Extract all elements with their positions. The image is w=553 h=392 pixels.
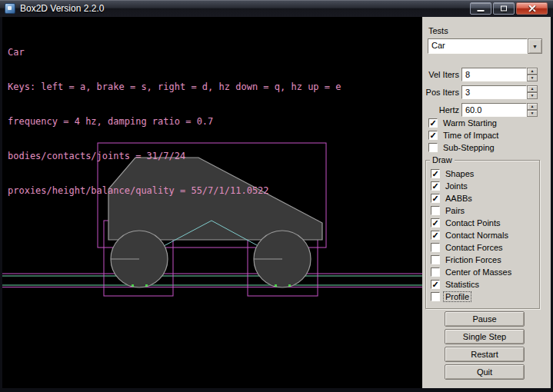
tests-dropdown[interactable]: Car ▼ bbox=[428, 38, 542, 54]
checkbox-label: Sub-Stepping bbox=[441, 143, 496, 152]
minimize-button[interactable] bbox=[470, 2, 491, 15]
checkbox-box[interactable]: ✓ bbox=[431, 231, 440, 240]
app-icon bbox=[5, 3, 15, 14]
checkbox-box[interactable]: ✓ bbox=[431, 218, 440, 228]
checkbox-label: Contact Normals bbox=[444, 231, 510, 240]
debug-line-frequency: frequency = 4 hz, damping ratio = 0.7 bbox=[8, 116, 341, 128]
tests-label: Tests bbox=[428, 26, 448, 35]
checkbox-label: Warm Starting bbox=[441, 118, 498, 128]
simulation-viewport[interactable]: Car Keys: left = a, brake = s, right = d… bbox=[2, 17, 422, 388]
checkbox-joints[interactable]: ✓ Joints bbox=[431, 181, 469, 191]
checkbox-contact-normals[interactable]: ✓ Contact Normals bbox=[431, 230, 510, 241]
checkbox-box[interactable]: ✓ bbox=[431, 169, 440, 178]
vel-iters-input[interactable]: 8 bbox=[461, 68, 527, 81]
window-title: Box2D Version 2.2.0 bbox=[20, 3, 104, 14]
checkbox-label: Friction Forces bbox=[444, 255, 503, 264]
tests-dropdown-value: Car bbox=[428, 38, 528, 54]
debug-line-title: Car bbox=[8, 47, 341, 58]
spinner-up-icon[interactable]: ▲ bbox=[527, 103, 538, 110]
pause-button[interactable]: Pause bbox=[445, 311, 525, 327]
vel-iters-spinner: Vel Iters 8 ▲ ▼ bbox=[422, 68, 545, 81]
minimize-icon bbox=[478, 10, 485, 12]
checkbox-box[interactable] bbox=[431, 255, 440, 264]
hertz-arrows: ▲ ▼ bbox=[527, 103, 538, 117]
single-step-button[interactable]: Single Step bbox=[445, 329, 525, 344]
checkbox-friction-forces[interactable]: Friction Forces bbox=[431, 254, 503, 265]
checkbox-box[interactable] bbox=[431, 292, 440, 301]
checkbox-aabbs[interactable]: ✓ AABBs bbox=[431, 193, 474, 204]
checkbox-label: AABBs bbox=[444, 194, 474, 203]
checkbox-box[interactable] bbox=[431, 206, 440, 215]
checkbox-box[interactable] bbox=[431, 267, 440, 277]
checkbox-time-of-impact[interactable]: ✓ Time of Impact bbox=[428, 130, 500, 141]
checkbox-label: Profile bbox=[444, 292, 471, 301]
spinner-up-icon[interactable]: ▲ bbox=[527, 85, 538, 92]
checkbox-label: Statistics bbox=[444, 280, 481, 289]
dropdown-arrow-icon[interactable]: ▼ bbox=[528, 38, 542, 54]
maximize-button[interactable] bbox=[493, 2, 515, 15]
checkbox-box[interactable]: ✓ bbox=[431, 181, 440, 191]
checkbox-statistics[interactable]: ✓ Statistics bbox=[431, 279, 481, 290]
quit-button[interactable]: Quit bbox=[445, 364, 525, 380]
checkbox-label: Pairs bbox=[444, 206, 466, 215]
hertz-input[interactable]: 60.0 bbox=[461, 103, 527, 117]
debug-text: Car Keys: left = a, brake = s, right = d… bbox=[8, 24, 341, 220]
checkbox-sub-stepping[interactable]: Sub-Stepping bbox=[428, 142, 496, 153]
pos-iters-arrows: ▲ ▼ bbox=[527, 85, 538, 99]
checkbox-label: Shapes bbox=[444, 169, 475, 178]
checkbox-label: Time of Impact bbox=[441, 131, 500, 140]
checkbox-shapes[interactable]: ✓ Shapes bbox=[431, 168, 475, 179]
close-button[interactable] bbox=[516, 2, 548, 15]
vel-iters-arrows: ▲ ▼ bbox=[527, 68, 538, 81]
vel-iters-label: Vel Iters bbox=[422, 70, 459, 79]
checkbox-box[interactable]: ✓ bbox=[431, 194, 440, 203]
checkbox-label: Joints bbox=[444, 181, 469, 191]
checkbox-box[interactable]: ✓ bbox=[431, 280, 440, 289]
draw-group: Draw ✓ Shapes ✓ Joints ✓ AABBs Pairs bbox=[425, 160, 540, 309]
hertz-spinner: Hertz 60.0 ▲ ▼ bbox=[422, 103, 545, 117]
checkbox-label: Contact Points bbox=[444, 218, 502, 228]
debug-line-counts: bodies/contacts/joints = 31/7/24 bbox=[8, 151, 341, 162]
checkbox-box[interactable] bbox=[431, 243, 440, 252]
draw-group-title: Draw bbox=[430, 155, 455, 164]
spinner-down-icon[interactable]: ▼ bbox=[527, 92, 538, 99]
checkbox-box[interactable]: ✓ bbox=[428, 118, 438, 128]
maximize-icon bbox=[501, 6, 507, 12]
debug-line-proxies: proxies/height/balance/quality = 55/7/1/… bbox=[8, 185, 341, 197]
pos-iters-spinner: Pos Iters 3 ▲ ▼ bbox=[422, 85, 545, 99]
checkbox-profile[interactable]: Profile bbox=[431, 291, 471, 302]
spinner-down-icon[interactable]: ▼ bbox=[527, 75, 538, 81]
spinner-up-icon[interactable]: ▲ bbox=[527, 68, 538, 75]
control-panel: Tests Car ▼ Vel Iters 8 ▲ ▼ Pos Iters 3 … bbox=[422, 17, 551, 388]
checkbox-box[interactable]: ✓ bbox=[428, 131, 438, 140]
checkbox-warm-starting[interactable]: ✓ Warm Starting bbox=[428, 118, 498, 128]
checkbox-contact-forces[interactable]: Contact Forces bbox=[431, 242, 505, 253]
spinner-down-icon[interactable]: ▼ bbox=[527, 110, 538, 117]
caption-buttons bbox=[470, 2, 548, 15]
restart-button[interactable]: Restart bbox=[445, 347, 525, 362]
checkbox-center-of-masses[interactable]: Center of Masses bbox=[431, 267, 513, 277]
window-body: Car Keys: left = a, brake = s, right = d… bbox=[2, 17, 551, 388]
checkbox-contact-points[interactable]: ✓ Contact Points bbox=[431, 218, 502, 228]
app-window: Box2D Version 2.2.0 bbox=[0, 0, 553, 392]
checkbox-label: Center of Masses bbox=[444, 267, 513, 277]
pos-iters-input[interactable]: 3 bbox=[461, 85, 527, 99]
title-bar[interactable]: Box2D Version 2.2.0 bbox=[0, 0, 553, 17]
pos-iters-label: Pos Iters bbox=[422, 88, 459, 97]
debug-line-keys: Keys: left = a, brake = s, right = d, hz… bbox=[8, 81, 341, 93]
checkbox-pairs[interactable]: Pairs bbox=[431, 205, 466, 216]
checkbox-label: Contact Forces bbox=[444, 243, 505, 252]
ground-lines bbox=[2, 274, 422, 287]
hertz-label: Hertz bbox=[422, 105, 459, 115]
checkbox-box[interactable] bbox=[428, 143, 438, 152]
